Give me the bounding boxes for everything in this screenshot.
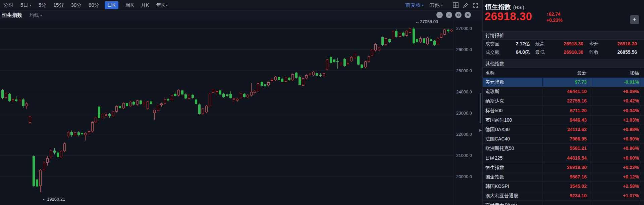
column-divider [542, 191, 543, 200]
candle-body [171, 95, 173, 100]
zoom-out-icon[interactable]: − [436, 12, 443, 18]
column-divider [542, 182, 543, 191]
price-change: ↑62.74 +0.23% [546, 11, 562, 23]
column-divider [591, 125, 591, 134]
index-change-percent: +0.98% [593, 127, 639, 132]
gridline [0, 28, 453, 29]
period-tab-60分[interactable]: 60分 [89, 2, 99, 8]
index-row-恒生指数[interactable]: 恒生指数26918.30+0.23% [483, 163, 644, 172]
y-axis-tick: 23000.0 [456, 111, 472, 116]
period-tab-30分[interactable]: 30分 [71, 2, 82, 8]
y-axis-tick: 27000.0 [456, 26, 472, 31]
index-name: 道琼斯 [485, 89, 499, 95]
candle-body [195, 99, 197, 104]
index-row-澳大利亚普通股[interactable]: 澳大利亚普通股9234.10+1.07% [483, 191, 644, 201]
settings-gear-icon[interactable]: ⚙ [455, 12, 462, 18]
arrow-left-icon: ← [415, 20, 420, 24]
period-tab-15分[interactable]: 15分 [53, 2, 64, 8]
quote-section-bar: 行情报价 [483, 31, 644, 40]
col-name-header: 名称 [485, 70, 495, 76]
index-row-欧洲斯托克50[interactable]: 欧洲斯托克505581.21+0.96% [483, 144, 644, 153]
chevron-down-icon: ▾ [166, 3, 168, 7]
close-icon[interactable]: ✕ [465, 12, 471, 18]
candle-body [440, 34, 442, 38]
index-row-国企指数[interactable]: 国企指数9567.16+0.12% [483, 172, 644, 182]
index-row-法国CAC40[interactable]: 法国CAC407966.95+0.90% [483, 134, 644, 144]
index-name: 恒生指数 [485, 165, 504, 171]
index-row-韩国KOSPI[interactable]: 韩国KOSPI3545.02+2.58% [483, 182, 644, 191]
candle-body [174, 94, 176, 96]
column-divider [542, 144, 543, 153]
period-tab-5分[interactable]: 5分 [38, 2, 46, 8]
adjust-mode-dropdown[interactable]: 前复权 ▾ [406, 2, 424, 8]
brush-icon[interactable] [462, 2, 469, 9]
gridline [0, 155, 453, 156]
panel-symbol-code: (HSI) [513, 5, 524, 10]
expand-icon[interactable] [472, 2, 479, 9]
index-name: 富时意大利MIB [485, 203, 517, 205]
candle-body [285, 78, 287, 82]
index-row-美元指数[interactable]: 美元指数97.73-0.01% [483, 78, 644, 87]
candle-body [437, 38, 439, 44]
price-change-percent: +0.23% [546, 17, 562, 23]
candle-body [46, 158, 49, 163]
quote-value: 2.12亿 [499, 41, 530, 47]
index-row-英国富时100[interactable]: 英国富时1009446.43+1.03% [483, 116, 644, 125]
panel-scrollbar-track[interactable] [640, 67, 640, 205]
grid-layout-icon[interactable] [452, 2, 459, 9]
index-row-标普500[interactable]: 标普5006711.20+0.34% [483, 106, 644, 116]
period-tab-分时[interactable]: 分时 [3, 2, 13, 8]
candle-body [8, 94, 11, 101]
add-to-watchlist-button[interactable]: + [630, 15, 639, 24]
index-row-德国DAX30[interactable]: 德国DAX3024113.62+0.98% [483, 125, 644, 134]
index-row-纳斯达克[interactable]: 纳斯达克22755.16+0.42% [483, 96, 644, 106]
index-latest-value: 26918.30 [543, 165, 587, 170]
other-dropdown[interactable]: 其他 ▾ [430, 2, 443, 8]
column-divider [542, 125, 543, 134]
candle-body [192, 95, 194, 98]
candle-body [402, 33, 405, 36]
candle-body [108, 114, 111, 116]
index-latest-value: 44816.54 [543, 155, 587, 161]
index-name: 日经225 [485, 155, 502, 161]
column-divider [591, 106, 591, 115]
candle-body [295, 73, 298, 78]
period-tab-5日[interactable]: 5日▾ [20, 2, 31, 8]
index-row-道琼斯[interactable]: 道琼斯46441.10+0.09% [483, 87, 644, 96]
column-divider [542, 154, 543, 163]
quote-value: 26918.30 [553, 49, 583, 55]
period-tab-周K[interactable]: 周K [125, 2, 134, 8]
candle-body [236, 99, 238, 100]
period-tab-年K[interactable]: 年K▾ [156, 2, 168, 8]
period-tab-日K[interactable]: 日K [105, 1, 118, 9]
candle-body [15, 99, 17, 101]
candle-body [167, 99, 169, 100]
index-name: 国企指数 [485, 174, 504, 180]
candle-body [88, 131, 90, 133]
chevron-down-icon: ▾ [441, 3, 443, 7]
column-divider [591, 134, 591, 144]
y-axis-tick: 25000.0 [456, 68, 472, 73]
index-name: 纳斯达克 [485, 98, 504, 104]
chart-subheader: 恒生指数 均线 ▾ − + ⚙ ✕ [0, 10, 482, 20]
panel-collapse-handle[interactable]: ▶ [479, 128, 482, 132]
candle-body [347, 64, 349, 65]
index-row-日经225[interactable]: 日经22544816.54+0.60% [483, 154, 644, 163]
toolbar-right: 前复权 ▾ 其他 ▾ [406, 0, 479, 10]
ma-dropdown[interactable]: 均线 ▾ [30, 12, 42, 18]
quote-label: 昨收 [589, 49, 599, 55]
zoom-in-icon[interactable]: + [446, 12, 452, 18]
index-change-percent: +0.90% [593, 136, 639, 141]
candle-body [22, 99, 24, 107]
period-tab-月K[interactable]: 月K [141, 2, 149, 8]
candle-body [212, 90, 214, 92]
quote-section-title: 行情报价 [485, 33, 504, 39]
candlestick-chart-canvas[interactable]: 27000.026000.025000.024000.023000.022000… [0, 20, 482, 205]
candle-body [343, 59, 346, 66]
index-row-富时意大利MIB[interactable]: 富时意大利MIB [483, 201, 644, 205]
candle-body [153, 110, 156, 113]
candle-body [426, 38, 429, 44]
chart-scrollbar[interactable] [480, 93, 481, 123]
candle-body [67, 132, 69, 136]
index-latest-value: 3545.02 [543, 183, 587, 189]
